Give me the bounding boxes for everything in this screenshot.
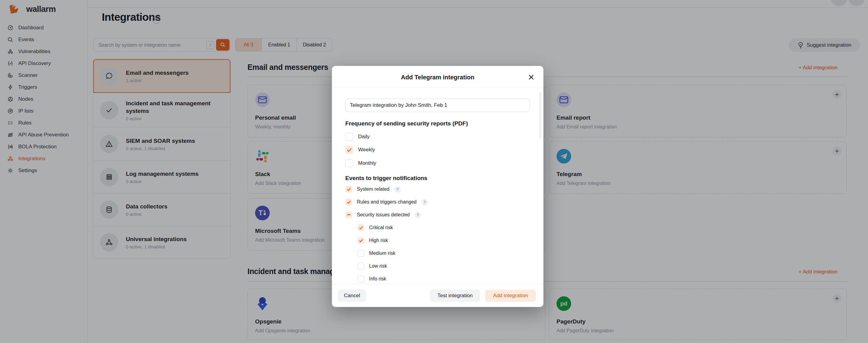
checkbox-row-rules-triggers[interactable]: Rules and triggers changed ?	[345, 199, 428, 205]
modal-title: Add Telegram integration	[332, 74, 544, 81]
checkbox-row-critical-risk[interactable]: Critical risk	[358, 224, 393, 231]
checkbox-row-medium-risk[interactable]: Medium risk	[358, 250, 395, 257]
modal-header: Add Telegram integration	[332, 66, 544, 88]
checkbox-security-issues-detected[interactable]	[345, 211, 352, 218]
checkbox-info-risk[interactable]	[358, 276, 364, 282]
checkbox-row-daily[interactable]: Daily	[345, 133, 370, 141]
checkbox-critical-risk[interactable]	[358, 224, 364, 231]
checkbox-monthly[interactable]	[345, 159, 353, 167]
checkbox-row-low-risk[interactable]: Low risk	[358, 263, 387, 269]
checkbox-row-security-issues[interactable]: Security issues detected ?	[345, 211, 421, 218]
help-icon[interactable]: ?	[394, 186, 401, 193]
checkbox-label: Critical risk	[369, 225, 393, 230]
checkbox-row-monthly[interactable]: Monthly	[345, 159, 376, 167]
checkbox-row-system-related[interactable]: System related ?	[345, 186, 401, 193]
test-integration-button[interactable]: Test integration	[430, 290, 480, 302]
checkbox-label: Daily	[358, 134, 370, 140]
checkbox-label: Weekly	[358, 147, 375, 153]
checkbox-high-risk[interactable]	[358, 237, 364, 244]
checkbox-label: Low risk	[369, 263, 387, 269]
checkbox-label: High risk	[369, 238, 388, 243]
checkbox-daily[interactable]	[345, 133, 353, 141]
modal-scrollbar-thumb[interactable]	[539, 92, 541, 138]
frequency-heading: Frequency of sending security reports (P…	[345, 120, 468, 127]
add-integration-button[interactable]: Add integration	[485, 290, 536, 302]
cancel-button[interactable]: Cancel	[338, 290, 366, 302]
help-icon[interactable]: ?	[422, 199, 428, 205]
checkbox-system-related[interactable]	[345, 186, 352, 193]
checkbox-row-high-risk[interactable]: High risk	[358, 237, 388, 244]
help-icon[interactable]: ?	[414, 212, 421, 218]
checkbox-label: Security issues detected	[357, 212, 410, 218]
integration-name-input[interactable]	[345, 98, 530, 112]
close-icon[interactable]	[528, 74, 535, 81]
checkbox-label: Monthly	[358, 160, 376, 166]
checkbox-row-info-risk[interactable]: Info risk	[358, 276, 386, 282]
add-telegram-integration-modal: Add Telegram integration Frequency of se…	[332, 66, 544, 307]
events-heading: Events to trigger notifications	[345, 175, 427, 181]
checkbox-label: Rules and triggers changed	[357, 199, 416, 205]
checkbox-row-weekly[interactable]: Weekly	[345, 146, 375, 154]
checkbox-medium-risk[interactable]	[358, 250, 364, 257]
checkbox-label: System related	[357, 187, 390, 192]
checkbox-rules-triggers-changed[interactable]	[345, 199, 352, 205]
checkbox-label: Medium risk	[369, 251, 395, 256]
checkbox-low-risk[interactable]	[358, 263, 364, 269]
checkbox-weekly[interactable]	[345, 146, 353, 154]
checkbox-label: Info risk	[369, 276, 386, 282]
modal-footer: Cancel Test integration Add integration	[332, 284, 544, 307]
